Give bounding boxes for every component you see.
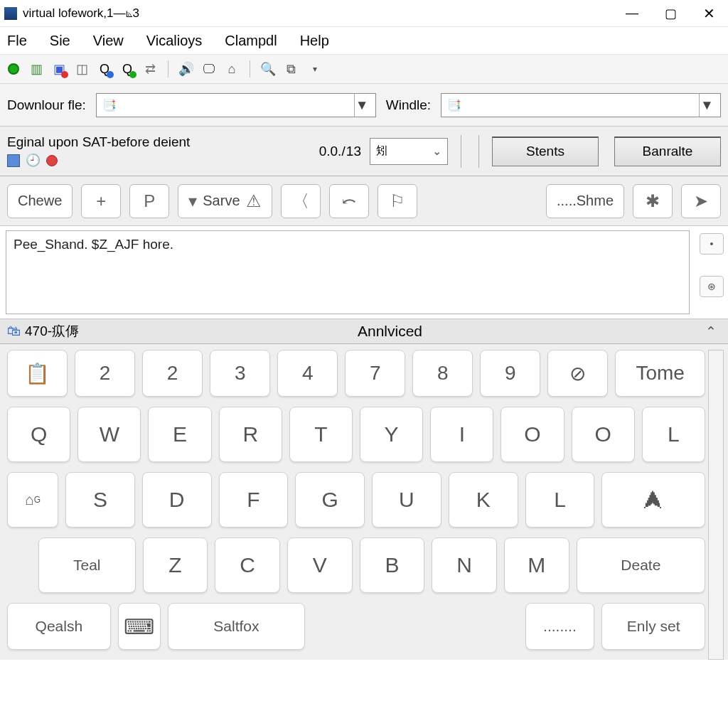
menu-sie[interactable]: Sie — [47, 31, 73, 50]
stents-button[interactable]: Stents — [492, 136, 599, 166]
key-home[interactable]: ⌂G — [7, 472, 58, 528]
key-r[interactable]: R — [219, 407, 282, 462]
snow-button[interactable]: ✱ — [633, 184, 673, 218]
gutter-back-button[interactable]: ⊛ — [700, 276, 724, 297]
key-7[interactable]: 7 — [345, 350, 405, 397]
key-f[interactable]: F — [219, 472, 289, 528]
key-b[interactable]: B — [360, 537, 425, 593]
connect-icon[interactable] — [6, 61, 21, 77]
key-4[interactable]: 4 — [277, 350, 338, 397]
key-saltfox[interactable]: Saltfox — [168, 603, 306, 650]
search-icon[interactable]: 🔍 — [260, 61, 276, 77]
editor-textarea[interactable]: Pee_Shand. $Z_AJF hore. — [6, 230, 690, 314]
monitor-icon[interactable]: 🖵 — [201, 61, 217, 77]
search-plus-icon[interactable]: Q — [97, 61, 112, 77]
editor-content: Pee_Shand. $Z_AJF hore. — [14, 237, 173, 252]
key-d[interactable]: D — [142, 472, 212, 528]
key-o1[interactable]: O — [500, 407, 564, 462]
key-u[interactable]: U — [372, 472, 441, 528]
key-w[interactable]: W — [77, 407, 141, 462]
save-button[interactable]: ▾Sarve⚠ — [178, 184, 272, 218]
box-red-icon[interactable]: ▣ — [51, 61, 67, 77]
add-button[interactable]: + — [81, 184, 121, 218]
menu-clampdl[interactable]: Clampdl — [222, 31, 279, 50]
key-deate[interactable]: Deate — [577, 537, 705, 593]
chevron-down-icon[interactable]: ⌄ — [432, 144, 441, 158]
chevron-down-icon[interactable]: ▼ — [354, 94, 370, 117]
chewe-button[interactable]: Chewe — [7, 184, 73, 218]
key-g[interactable]: G — [295, 472, 365, 528]
key-clipboard[interactable]: 📋 — [7, 350, 68, 397]
key-teal[interactable]: Teal — [38, 537, 136, 593]
image-icon[interactable] — [7, 154, 20, 167]
key-2a[interactable]: 2 — [75, 350, 135, 397]
undo-button[interactable]: ⤺ — [329, 184, 369, 218]
dropdown-more-icon[interactable] — [306, 61, 321, 77]
key-s[interactable]: S — [65, 472, 135, 528]
maximize-button[interactable]: ▢ — [651, 0, 690, 27]
key-9[interactable]: 9 — [480, 350, 540, 397]
key-shift[interactable]: ⮝ — [601, 472, 705, 528]
panel-icon[interactable]: ◫ — [74, 61, 90, 77]
key-tome[interactable]: Tome — [615, 350, 705, 397]
side-gutter: • ⊛ — [695, 226, 728, 318]
close-button[interactable]: ✕ — [690, 0, 728, 27]
windle-combo[interactable]: 📑 ▼ — [441, 93, 721, 117]
speaker-icon[interactable]: 🔊 — [178, 61, 194, 77]
banralte-button[interactable]: Banralte — [614, 136, 721, 166]
shme-button[interactable]: .....Shme — [546, 184, 624, 218]
chevron-down-icon[interactable]: ▼ — [699, 94, 714, 117]
key-enly-set[interactable]: Enly set — [601, 603, 705, 650]
unit-combo[interactable]: 矧 ⌄ — [370, 138, 448, 165]
kb-code: 470-疭傉 — [25, 322, 79, 341]
keyboard-scrollbar[interactable] — [708, 350, 724, 660]
profile-button[interactable]: P — [129, 184, 169, 218]
key-y[interactable]: Y — [360, 407, 423, 462]
keyboard-header: 🛍 470-疭傉 Annlviced ⌃ — [0, 318, 728, 344]
key-v[interactable]: V — [287, 537, 353, 593]
key-z[interactable]: Z — [143, 537, 208, 593]
key-l2[interactable]: L — [525, 472, 595, 528]
separator — [250, 60, 250, 77]
download-combo[interactable]: 📑 ▼ — [96, 93, 376, 117]
key-k[interactable]: K — [449, 472, 518, 528]
key-m[interactable]: M — [504, 537, 569, 593]
params-row: Eginal upon SAT-before deient 🕘 0.0./ 13… — [0, 127, 728, 176]
key-2b[interactable]: 2 — [142, 350, 203, 397]
key-t[interactable]: T — [289, 407, 353, 462]
key-8[interactable]: 8 — [412, 350, 473, 397]
gutter-dot-button[interactable]: • — [700, 233, 724, 255]
menu-vicalioys[interactable]: Vicalioys — [144, 31, 205, 50]
key-o2[interactable]: O — [572, 407, 635, 462]
snowflake-icon: ✱ — [646, 191, 660, 211]
key-i[interactable]: I — [430, 407, 493, 462]
key-l[interactable]: L — [642, 407, 705, 462]
back-button[interactable]: 〈 — [281, 184, 321, 218]
key-e[interactable]: E — [148, 407, 211, 462]
share-button[interactable]: ➤ — [681, 184, 721, 218]
key-layout[interactable]: ⌨ — [118, 603, 161, 650]
menu-file[interactable]: Fle — [4, 31, 30, 50]
clock-icon[interactable]: 🕘 — [26, 153, 41, 168]
home-icon: ⌂ — [25, 491, 34, 508]
menu-help[interactable]: Help — [297, 31, 332, 50]
copy-icon[interactable]: ⧉ — [283, 61, 299, 77]
menu-view[interactable]: View — [90, 31, 127, 50]
record-icon[interactable] — [46, 155, 58, 166]
flag-button[interactable]: ⚐ — [378, 184, 417, 218]
key-dots[interactable]: ........ — [525, 603, 595, 650]
key-ok[interactable]: ⊘ — [547, 350, 608, 397]
package-icon[interactable]: ▥ — [28, 61, 44, 77]
save-label: Sarve — [203, 193, 240, 209]
key-c[interactable]: C — [215, 537, 280, 593]
key-3[interactable]: 3 — [210, 350, 270, 397]
minimize-button[interactable]: — — [613, 0, 651, 27]
key-q[interactable]: Q — [7, 407, 70, 462]
device-icon[interactable]: ⌂ — [224, 61, 240, 77]
key-n[interactable]: N — [432, 537, 497, 593]
collapse-button[interactable]: ⌃ — [701, 323, 721, 340]
key-qealsh[interactable]: Qealsh — [7, 603, 111, 650]
warning-icon: ⚠ — [246, 191, 262, 211]
search-ok-icon[interactable]: Q — [119, 61, 135, 77]
swap-icon[interactable]: ⇄ — [142, 61, 158, 77]
